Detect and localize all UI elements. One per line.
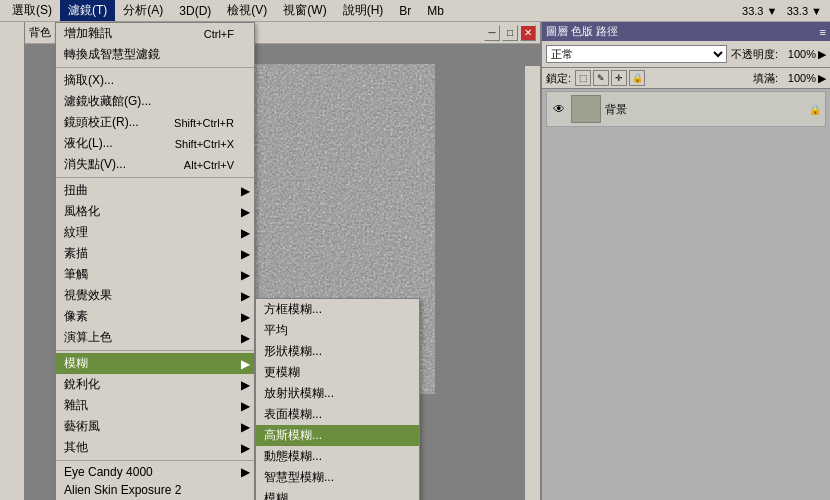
submenu-blur[interactable]: 模糊 [256, 488, 419, 500]
menu-add-noise[interactable]: 增加雜訊 Ctrl+F [56, 23, 254, 44]
artistic-arrow: ▶ [241, 420, 250, 434]
lock-position-icon[interactable]: ✛ [611, 70, 627, 86]
toolbar-strip [0, 22, 25, 500]
menu-sharpen[interactable]: 銳利化▶ [56, 374, 254, 395]
menu-smart-filter[interactable]: 轉換成智慧型濾鏡 [56, 44, 254, 65]
scrollbar-vertical[interactable] [524, 66, 540, 500]
sketch-arrow: ▶ [241, 247, 250, 261]
menu-help[interactable]: 說明(H) [335, 0, 392, 21]
vanishing-shortcut: Alt+Ctrl+V [164, 159, 234, 171]
menu-mb[interactable]: Mb [419, 2, 452, 20]
separator-3 [56, 350, 254, 351]
fill-control: 填滿: 100% ▶ [753, 71, 826, 86]
menu-analyze[interactable]: 分析(A) [115, 0, 171, 21]
menu-render[interactable]: 演算上色▶ [56, 327, 254, 348]
submenu-smart-blur[interactable]: 智慧型模糊... [256, 467, 419, 488]
lock-transparent-icon[interactable]: ⬚ [575, 70, 591, 86]
menu-noise[interactable]: 雜訊▶ [56, 395, 254, 416]
panel-title: 圖層 色版 路徑 [546, 24, 618, 39]
submenu-more-blur[interactable]: 更模糊 [256, 362, 419, 383]
menu-stylize[interactable]: 風格化▶ [56, 201, 254, 222]
noise-arrow: ▶ [241, 399, 250, 413]
submenu-gaussian-blur[interactable]: 高斯模糊... [256, 425, 419, 446]
separator-1 [56, 67, 254, 68]
layer-visibility-icon[interactable]: 👁 [551, 101, 567, 117]
panel-lock-row: 鎖定: ⬚ ✎ ✛ 🔒 填滿: 100% ▶ [542, 68, 830, 89]
menu-visual-effects[interactable]: 視覺效果▶ [56, 285, 254, 306]
submenu-radial-blur[interactable]: 放射狀模糊... [256, 383, 419, 404]
separator-4 [56, 460, 254, 461]
menu-sketch[interactable]: 素描▶ [56, 243, 254, 264]
pixel-arrow: ▶ [241, 310, 250, 324]
ec4-arrow: ▶ [241, 465, 250, 479]
opacity-label: 不透明度: [731, 47, 778, 62]
lock-all-icon[interactable]: 🔒 [629, 70, 645, 86]
menu-filter[interactable]: 濾鏡(T) [60, 0, 115, 21]
liquefy-shortcut: Shift+Ctrl+X [155, 138, 234, 150]
stylize-arrow: ▶ [241, 205, 250, 219]
menu-gallery[interactable]: 濾鏡收藏館(G)... [56, 91, 254, 112]
brushstrokes-arrow: ▶ [241, 268, 250, 282]
layer-name: 背景 [605, 102, 627, 117]
opacity-value: 100% [780, 48, 816, 60]
panel-mode-row: 正常 不透明度: 100% ▶ [542, 41, 830, 68]
opacity-arrow-icon[interactable]: ▶ [818, 48, 826, 61]
other-arrow: ▶ [241, 441, 250, 455]
menu-pixel[interactable]: 像素▶ [56, 306, 254, 327]
menu-brushstrokes[interactable]: 筆觸▶ [56, 264, 254, 285]
blend-mode-select[interactable]: 正常 [546, 45, 727, 63]
menu-extract[interactable]: 摘取(X)... [56, 70, 254, 91]
separator-2 [56, 177, 254, 178]
menu-select[interactable]: 選取(S) [4, 0, 60, 21]
menu-distort[interactable]: 扭曲▶ [56, 180, 254, 201]
fill-value: 100% [780, 72, 816, 84]
menu-liquefy[interactable]: 液化(L)... Shift+Ctrl+X [56, 133, 254, 154]
submenu-box-blur[interactable]: 方框模糊... [256, 299, 419, 320]
visual-arrow: ▶ [241, 289, 250, 303]
filter-dropdown: 增加雜訊 Ctrl+F 轉換成智慧型濾鏡 摘取(X)... 濾鏡收藏館(G)..… [55, 22, 255, 500]
lock-label: 鎖定: [546, 71, 571, 86]
menu-window[interactable]: 視窗(W) [275, 0, 334, 21]
panel-titlebar: 圖層 色版 路徑 ≡ [542, 22, 830, 41]
lock-pixels-icon[interactable]: ✎ [593, 70, 609, 86]
right-panel: 圖層 色版 路徑 ≡ 正常 不透明度: 100% ▶ 鎖定: ⬚ ✎ ✛ 🔒 [540, 22, 830, 500]
zoom-level: 33.3 ▼ 33.3 ▼ [742, 5, 826, 17]
panel-close-icon[interactable]: ≡ [820, 26, 826, 38]
texture-arrow: ▶ [241, 226, 250, 240]
menu-eyecandy4000[interactable]: Eye Candy 4000▶ [56, 463, 254, 481]
menu-lens-correct[interactable]: 鏡頭校正(R)... Shift+Ctrl+R [56, 112, 254, 133]
menu-other[interactable]: 其他▶ [56, 437, 254, 458]
submenu-shape-blur[interactable]: 形狀模糊... [256, 341, 419, 362]
fill-arrow-icon[interactable]: ▶ [818, 72, 826, 85]
fill-label: 填滿: [753, 71, 778, 86]
menu-blur[interactable]: 模糊▶ [56, 353, 254, 374]
submenu-motion-blur[interactable]: 動態模糊... [256, 446, 419, 467]
add-noise-shortcut: Ctrl+F [184, 28, 234, 40]
menu-alienskinexposure[interactable]: Alien Skin Exposure 2 [56, 481, 254, 499]
menu-artistic[interactable]: 藝術風▶ [56, 416, 254, 437]
distort-arrow: ▶ [241, 184, 250, 198]
maximize-button[interactable]: □ [502, 25, 518, 41]
minimize-button[interactable]: ─ [484, 25, 500, 41]
close-button[interactable]: ✕ [520, 25, 536, 41]
menu-texture[interactable]: 紋理▶ [56, 222, 254, 243]
menu-bar: 選取(S) 濾鏡(T) 分析(A) 3D(D) 檢視(V) 視窗(W) 說明(H… [0, 0, 830, 22]
blur-submenu: 方框模糊... 平均 形狀模糊... 更模糊 放射狀模糊... 表面模糊... … [255, 298, 420, 500]
submenu-average[interactable]: 平均 [256, 320, 419, 341]
layer-lock-icon: 🔒 [809, 104, 821, 115]
lock-icons: ⬚ ✎ ✛ 🔒 [575, 70, 645, 86]
layer-thumbnail [571, 95, 601, 123]
submenu-surface-blur[interactable]: 表面模糊... [256, 404, 419, 425]
layer-item[interactable]: 👁 背景 🔒 [546, 91, 826, 127]
menu-vanishing[interactable]: 消失點(V)... Alt+Ctrl+V [56, 154, 254, 175]
render-arrow: ▶ [241, 331, 250, 345]
opacity-control: 不透明度: 100% ▶ [731, 47, 826, 62]
sharpen-arrow: ▶ [241, 378, 250, 392]
blur-arrow: ▶ [241, 357, 250, 371]
menu-br[interactable]: Br [391, 2, 419, 20]
menu-view[interactable]: 檢視(V) [219, 0, 275, 21]
menu-3d[interactable]: 3D(D) [171, 2, 219, 20]
lens-shortcut: Shift+Ctrl+R [154, 117, 234, 129]
